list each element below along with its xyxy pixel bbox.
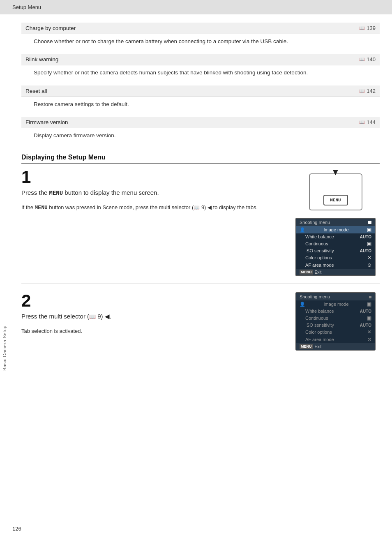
section-heading: Displaying the Setup Menu <box>21 154 380 164</box>
camera-screen-1-footer: MENU Exit <box>296 269 375 275</box>
camera-screen-2-row-iso: ISO sensitivity AUTO <box>296 322 375 328</box>
cs2-iso-value: AUTO <box>360 323 371 328</box>
camera-screen-2-row-image-mode: 👤 Image mode ▣ <box>296 300 375 308</box>
menu-entry-reset: Reset all 📖 142 Restore camera settings … <box>21 85 380 113</box>
cs1-cont-value: ▣ <box>367 241 371 247</box>
camera-screen-1-row-iso: ISO sensitivity AUTO <box>296 247 375 254</box>
menu-entry-blink: Blink warning 📖 140 Specify whether or n… <box>21 54 380 82</box>
menu-entry-blink-page: 📖 140 <box>359 56 376 62</box>
camera-screen-1-row-wb: White balance AUTO <box>296 233 375 240</box>
cs2-color-label: Color options <box>300 330 332 335</box>
camera-screen-2-row-wb: White balance AUTO <box>296 308 375 314</box>
firmware-page-num: 144 <box>367 119 376 125</box>
camera-screen-2-tab <box>369 294 371 299</box>
menu-button-box: ▼ MENU <box>309 173 362 210</box>
main-content: Charge by computer 📖 139 Choose whether … <box>9 14 392 371</box>
step-1-note-menu-keyword: MENU <box>35 205 48 211</box>
menu-button-arrow: ▼ <box>331 167 340 178</box>
charge-page-num: 139 <box>367 25 376 31</box>
book-icon-firmware: 📖 <box>359 120 365 125</box>
camera-screen-1-row-cont: Continuous ▣ <box>296 240 375 247</box>
book-icon-reset: 📖 <box>359 88 365 94</box>
cs1-iso-label: ISO sensitivity <box>300 248 334 253</box>
cs2-iso-label: ISO sensitivity <box>300 323 334 328</box>
cs1-color-label: Color options <box>300 255 332 260</box>
camera-screen-1-row-image-mode: 👤 Image mode ▣ <box>296 226 375 233</box>
book-icon-blink: 📖 <box>359 57 365 62</box>
step-1-container: 1 Press the MENU button to display the m… <box>21 168 380 284</box>
step-1-note: If the MENU button was pressed in Scene … <box>21 203 283 212</box>
blink-page-num: 140 <box>367 56 376 62</box>
step-1-text: Press the MENU button to display the men… <box>21 188 283 198</box>
camera-screen-1-row-af: AF area mode ⊙ <box>296 261 375 269</box>
cs2-af-label: AF area mode <box>300 337 334 342</box>
header-title: Setup Menu <box>12 4 41 10</box>
menu-entry-charge-title: Charge by computer <box>25 25 76 31</box>
cs1-footer-menu: MENU <box>300 270 313 275</box>
cs1-iso-value: AUTO <box>360 249 371 253</box>
cs2-cont-value: ▣ <box>367 315 371 321</box>
book-icon-charge: 📖 <box>359 25 365 31</box>
step-2-right: Shooting menu 👤 Image mode ▣ White balan… <box>291 292 380 351</box>
menu-entry-firmware: Firmware version 📖 144 Display camera fi… <box>21 117 380 145</box>
cs1-af-label: AF area mode <box>300 263 334 268</box>
menu-entry-firmware-page: 📖 144 <box>359 119 376 125</box>
camera-screen-2-title: Shooting menu <box>300 294 330 299</box>
step-2-text: Press the multi selector (📖 9) ◀. <box>21 312 283 321</box>
step-2-left: 2 Press the multi selector (📖 9) ◀. Tab … <box>21 292 283 335</box>
cs1-image-mode-value: ▣ <box>367 227 371 233</box>
cs2-footer-exit: Exit <box>315 344 322 349</box>
menu-button-label: MENU <box>323 195 348 205</box>
step-2-note: Tab selection is activated. <box>21 327 283 335</box>
camera-screen-2-row-color: Color options ✕ <box>296 328 375 336</box>
camera-screen-2-row-cont: Continuous ▣ <box>296 314 375 322</box>
menu-entry-blink-title: Blink warning <box>25 56 58 62</box>
page-header: Setup Menu <box>0 0 392 14</box>
cs1-wb-value: AUTO <box>360 235 371 239</box>
menu-entry-reset-page: 📖 142 <box>359 88 376 94</box>
step-1-menu-keyword: MENU <box>49 190 63 196</box>
menu-entry-reset-title: Reset all <box>25 88 47 94</box>
menu-entry-firmware-header: Firmware version 📖 144 <box>21 117 380 128</box>
step-1-left: 1 Press the MENU button to display the m… <box>21 168 283 212</box>
camera-screen-1-tab <box>368 220 371 225</box>
side-label-container: Basic Camera Setup <box>0 156 9 540</box>
cs1-footer-exit: Exit <box>315 270 322 275</box>
camera-screen-2-footer: MENU Exit <box>296 343 375 350</box>
camera-screen-2-row-af: AF area mode ⊙ <box>296 336 375 343</box>
step-2-number: 2 <box>21 292 283 309</box>
camera-screen-1-header: Shooting menu <box>296 219 375 226</box>
cs2-camera-icon: 👤 <box>300 302 305 307</box>
cs1-color-value: ✕ <box>367 255 371 261</box>
step-1-number: 1 <box>21 168 283 186</box>
cs1-af-value: ⊙ <box>367 262 371 268</box>
cs2-wb-label: White balance <box>300 309 334 314</box>
menu-entry-blink-header: Blink warning 📖 140 <box>21 54 380 65</box>
cs2-image-mode-value: ▣ <box>367 301 371 307</box>
step-1-note-book-icon: 📖 <box>194 205 200 210</box>
cs1-cont-label: Continuous <box>300 241 328 246</box>
cs2-wb-value: AUTO <box>360 309 371 314</box>
cs1-image-mode-label: Image mode <box>323 227 348 232</box>
page-number: 126 <box>12 526 21 532</box>
side-label-text: Basic Camera Setup <box>2 325 7 371</box>
camera-screen-1-title: Shooting menu <box>300 220 330 225</box>
camera-screen-2: Shooting menu 👤 Image mode ▣ White balan… <box>295 292 376 351</box>
camera-icon-person: 👤 <box>300 227 305 233</box>
step-2-container: 2 Press the multi selector (📖 9) ◀. Tab … <box>21 292 380 351</box>
camera-screen-1: Shooting menu 👤 Image mode ▣ White balan… <box>295 218 376 276</box>
cs2-footer-menu: MENU <box>300 344 313 349</box>
menu-entry-charge-header: Charge by computer 📖 139 <box>21 23 380 34</box>
cs2-af-value: ⊙ <box>367 337 371 342</box>
cs2-image-mode-label: Image mode <box>323 302 348 307</box>
camera-screen-2-header: Shooting menu <box>296 293 375 300</box>
menu-entry-charge-page: 📖 139 <box>359 25 376 31</box>
cs2-cont-label: Continuous <box>300 316 328 321</box>
menu-entry-charge: Charge by computer 📖 139 Choose whether … <box>21 23 380 51</box>
menu-entry-firmware-desc: Display camera firmware version. <box>21 128 380 145</box>
step-1-right: ▼ MENU Shooting menu 👤 Image mode ▣ Whit… <box>291 168 380 276</box>
menu-button-graphic: ▼ MENU <box>307 168 364 214</box>
step-2-book-ref: 📖 <box>89 314 96 320</box>
menu-entry-charge-desc: Choose whether or not to charge the came… <box>21 34 380 51</box>
menu-entry-reset-header: Reset all 📖 142 <box>21 85 380 97</box>
